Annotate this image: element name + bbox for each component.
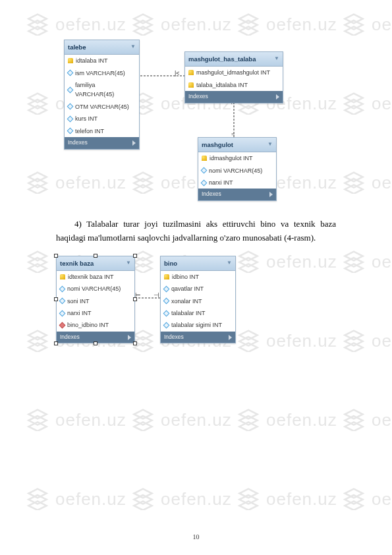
svg-marker-76 xyxy=(134,495,152,504)
table-column: nomi VARCHAR(45) xyxy=(57,283,134,295)
paragraph-text: 4) Talabalar turar joyi tuzilmasini aks … xyxy=(56,218,336,245)
selection-handle xyxy=(133,254,137,258)
table-body: idbino INTqavatlar INTxonalar INTtalabal… xyxy=(161,271,235,332)
table-column: talaba_idtalaba INT xyxy=(185,79,283,91)
table-mashgulot: mashgulot ▼ idmashgulot INTnomi VARCHAR(… xyxy=(198,137,277,201)
table-texnik-baza: texnik baza ▼ idtexnik baza INTnomi VARC… xyxy=(56,256,135,344)
column-label: bino_idbino INT xyxy=(67,320,109,330)
expand-icon xyxy=(132,140,136,146)
watermark: oefen.uz xyxy=(237,409,337,431)
table-column: telefon INT xyxy=(65,125,139,137)
svg-marker-78 xyxy=(239,489,257,498)
primary-key-icon xyxy=(202,156,207,161)
svg-marker-73 xyxy=(28,495,46,504)
table-column: ism VARCHAR(45) xyxy=(65,67,139,79)
watermark: oefen.uz xyxy=(26,409,126,431)
column-label: mashgulot_idmashgulot INT xyxy=(196,68,270,77)
table-footer: Indexes xyxy=(161,332,235,343)
column-icon xyxy=(67,115,74,122)
primary-key-icon xyxy=(188,70,194,75)
selection-handle xyxy=(133,297,137,301)
svg-marker-67 xyxy=(239,416,257,425)
column-label: qavatlar INT xyxy=(171,284,204,293)
column-label: telefon INT xyxy=(75,127,104,136)
column-label: xonalar INT xyxy=(171,297,202,306)
svg-marker-79 xyxy=(239,495,257,504)
table-column: OTM VARCHAR(45) xyxy=(65,101,139,113)
svg-marker-74 xyxy=(28,501,46,510)
table-mashgulot-has-talaba: mashgulot_has_talaba ▼ mashgulot_idmashg… xyxy=(184,51,283,103)
table-talebe: talebe ▼ idtalaba INTism VARCHAR(45)fami… xyxy=(64,40,140,150)
table-column: bino_idbino INT xyxy=(57,319,134,331)
table-title: mashgulot xyxy=(202,140,233,150)
column-icon xyxy=(67,86,74,93)
column-icon xyxy=(163,310,170,316)
column-label: talabalar sigimi INT xyxy=(171,320,222,330)
watermark: oefen.uz xyxy=(132,488,232,510)
table-column: idtexnik baza INT xyxy=(57,271,134,283)
svg-marker-69 xyxy=(345,410,362,419)
table-column: idmashgulot INT xyxy=(198,152,276,164)
column-label: soni INT xyxy=(67,297,90,306)
collapse-icon: ▼ xyxy=(267,140,273,149)
svg-marker-62 xyxy=(28,422,46,431)
column-icon xyxy=(59,285,66,292)
column-label: nomi VARCHAR(45) xyxy=(67,284,121,293)
column-icon xyxy=(201,167,208,174)
expand-icon xyxy=(269,192,273,197)
svg-marker-61 xyxy=(28,416,46,425)
watermark: oefen.uz xyxy=(26,488,126,510)
selection-handle xyxy=(54,254,58,258)
table-column: mashgulot_idmashgulot INT xyxy=(185,67,283,78)
svg-marker-81 xyxy=(345,489,362,498)
table-column: kurs INT xyxy=(65,113,139,125)
table-column: talabalar INT xyxy=(161,307,235,319)
collapse-icon: ▼ xyxy=(227,259,232,268)
er-diagram-2: ⊢ ⊣ texnik baza ▼ idtexnik baza INTnomi … xyxy=(56,252,336,370)
table-title: talebe xyxy=(68,42,86,52)
table-column: narxi INT xyxy=(57,307,134,319)
table-header: mashgulot ▼ xyxy=(198,138,276,152)
svg-marker-77 xyxy=(134,501,152,510)
svg-marker-75 xyxy=(134,489,152,498)
primary-key-icon xyxy=(68,58,73,63)
svg-marker-82 xyxy=(345,495,362,504)
svg-marker-63 xyxy=(134,410,152,419)
watermark: oefen.uz xyxy=(343,488,392,510)
column-label: narxi INT xyxy=(67,308,92,318)
column-icon xyxy=(163,298,170,305)
table-body: mashgulot_idmashgulot INTtalaba_idtalaba… xyxy=(185,67,283,91)
column-icon xyxy=(201,179,208,186)
table-column: nomi VARCHAR(45) xyxy=(198,165,276,177)
table-column: xonalar INT xyxy=(161,295,235,307)
svg-marker-80 xyxy=(239,501,257,510)
column-label: OTM VARCHAR(45) xyxy=(75,102,129,111)
table-title: texnik baza xyxy=(60,258,94,268)
watermark: oefen.uz xyxy=(343,409,392,431)
expand-icon xyxy=(128,335,131,340)
watermark: oefen.uz xyxy=(132,409,232,431)
table-column: narxi INT xyxy=(198,177,276,189)
foreign-key-icon xyxy=(59,322,66,329)
svg-marker-71 xyxy=(345,422,362,431)
er-diagram-1: |< ∧ = talebe ▼ idtalaba INTism VARCHAR(… xyxy=(56,40,336,211)
table-footer: Indexes xyxy=(65,137,139,149)
collapse-icon: ▼ xyxy=(126,259,131,268)
selection-handle xyxy=(94,341,98,345)
table-column: idtalaba INT xyxy=(65,55,139,67)
column-label: idtalaba INT xyxy=(76,56,108,65)
column-icon xyxy=(163,285,170,292)
page-number: 10 xyxy=(0,533,392,540)
svg-marker-64 xyxy=(134,416,152,425)
column-label: idtexnik baza INT xyxy=(68,272,114,281)
selection-handle xyxy=(54,297,58,301)
svg-marker-65 xyxy=(134,422,152,431)
table-body: idmashgulot INTnomi VARCHAR(45)narxi INT xyxy=(198,152,276,189)
table-header: mashgulot_has_talaba ▼ xyxy=(185,52,283,67)
column-icon xyxy=(67,128,74,134)
expand-icon xyxy=(229,335,232,340)
table-column: talabalar sigimi INT xyxy=(161,319,235,331)
column-label: talabalar INT xyxy=(171,308,206,318)
column-label: familiya VARCHAR(45) xyxy=(75,80,136,100)
table-header: bino ▼ xyxy=(161,256,235,271)
